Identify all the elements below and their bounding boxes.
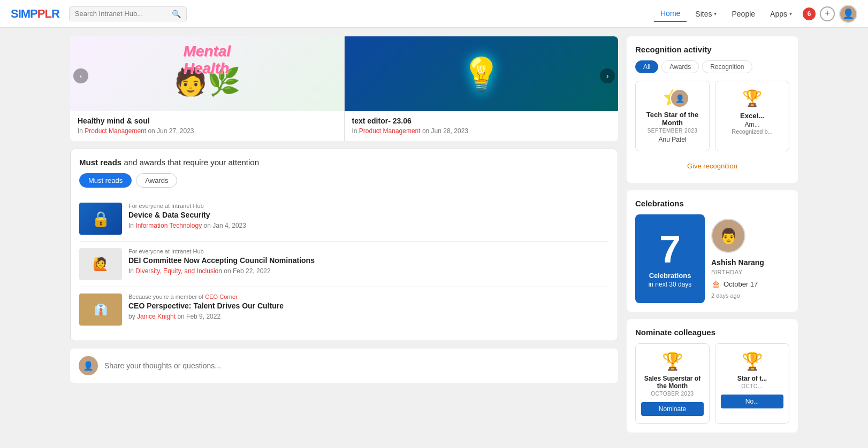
celebration-time-ago: 2 days ago — [711, 292, 789, 299]
tab-must-reads[interactable]: Must reads — [79, 173, 132, 188]
nominate-card: Nominate colleagues 🏆 Sales Superstar of… — [627, 319, 798, 432]
must-read-item-3: 👔 Because you're a member of CEO Corner … — [79, 287, 609, 332]
must-read-date-3: Feb 9, 2022 — [186, 313, 220, 320]
must-read-title-1[interactable]: Device & Data Security — [128, 210, 609, 220]
must-read-thumb-1: 🔒 — [79, 203, 122, 235]
nominate-item-2: 🏆 Star of t... OCTO... No... — [715, 343, 789, 424]
celebrations-content: 7 Celebrations in next 30 days 👨 Ashish … — [635, 214, 789, 303]
must-read-title-3[interactable]: CEO Perspective: Talent Drives Our Cultu… — [128, 301, 609, 311]
nav-sites-label: Sites — [695, 10, 712, 18]
share-avatar-icon: 👤 — [83, 361, 94, 371]
content-carousel: ‹ MentalHealth 🧑‍🌿 Healthy mind & soul I… — [70, 36, 618, 141]
carousel-item-1-title: Healthy mind & soul — [78, 117, 337, 125]
recognition-card: Recognition activity All Awards Recognit… — [627, 36, 798, 183]
navbar-actions: 6 + 👤 — [803, 5, 857, 23]
carousel-prev-button[interactable]: ‹ — [73, 68, 88, 83]
must-read-content-1: For everyone at Intranet Hub Device & Da… — [128, 203, 609, 235]
nav-home[interactable]: Home — [654, 6, 687, 22]
nav-apps[interactable]: Apps ▾ — [764, 6, 798, 21]
share-input[interactable] — [104, 361, 610, 370]
must-read-meta-2: In Diversity, Equity, and Inclusion on F… — [128, 267, 609, 275]
nav-sites[interactable]: Sites ▾ — [689, 6, 723, 21]
carousel-item-1-date: Jun 27, 2023 — [157, 127, 194, 135]
nav-apps-label: Apps — [770, 10, 787, 18]
main-nav: Home Sites ▾ People Apps ▾ — [654, 6, 798, 22]
must-read-category-2[interactable]: Diversity, Equity, and Inclusion — [135, 267, 222, 275]
recognition-name-2: Am... — [721, 121, 783, 128]
nominate-item-title-1: Sales Superstar of the Month — [641, 375, 704, 390]
navbar: SIMPPLR 🔍 Home Sites ▾ People Apps ▾ 6 +… — [0, 0, 868, 28]
celebration-person-icon: 👨 — [719, 227, 738, 245]
celebration-person-type: BIRTHDAY — [711, 269, 789, 275]
must-reads-card: Must reads and awards that require your … — [70, 149, 618, 341]
celebration-date: October 17 — [724, 280, 758, 288]
celebration-days: in next 30 days — [649, 281, 692, 288]
celebration-person: 👨 Ashish Narang BIRTHDAY 🎂 October 17 2 … — [711, 214, 789, 303]
must-reads-header: Must reads and awards that require your … — [79, 158, 609, 167]
recognition-title: Recognition activity — [635, 45, 789, 54]
recognition-by-2: Recognized b... — [721, 128, 783, 135]
must-read-category-1[interactable]: Information Technology — [135, 222, 202, 229]
must-reads-header-suffix: and awards that require your attention — [124, 158, 259, 167]
search-input[interactable] — [75, 10, 170, 18]
must-read-audience-1: For everyone at Intranet Hub — [128, 203, 609, 209]
nominate-item-month-1: OCTOBER 2023 — [641, 391, 704, 397]
nominate-item-1: 🏆 Sales Superstar of the Month OCTOBER 2… — [635, 343, 710, 424]
must-read-item-2: 🙋 For everyone at Intranet Hub DEI Commi… — [79, 242, 609, 287]
carousel-item-2-date: Jun 28, 2023 — [431, 127, 468, 135]
carousel-item-1-info: Healthy mind & soul In Product Managemen… — [70, 111, 344, 141]
nominate-items: 🏆 Sales Superstar of the Month OCTOBER 2… — [635, 343, 789, 424]
must-read-item-1: 🔒 For everyone at Intranet Hub Device & … — [79, 196, 609, 242]
mental-health-image: MentalHealth 🧑‍🌿 — [70, 36, 344, 111]
left-column: ‹ MentalHealth 🧑‍🌿 Healthy mind & soul I… — [70, 36, 618, 432]
must-read-thumb-3: 👔 — [79, 293, 122, 326]
recognition-item-1: ⭐ 👤 Tech Star of the Month SEPTEMBER 202… — [635, 81, 710, 151]
filter-recognition[interactable]: Recognition — [702, 60, 752, 73]
nominate-item-month-2: OCTO... — [721, 383, 783, 389]
carousel-item-2-category[interactable]: Product Management — [359, 127, 421, 135]
carousel-item-1-category[interactable]: Product Management — [85, 127, 146, 135]
carousel-item-1: MentalHealth 🧑‍🌿 Healthy mind & soul In … — [70, 36, 344, 141]
must-reads-label: Must reads — [79, 158, 121, 167]
nav-people[interactable]: People — [725, 6, 762, 21]
tab-awards[interactable]: Awards — [136, 173, 177, 188]
search-bar[interactable]: 🔍 — [69, 6, 187, 21]
notification-badge[interactable]: 6 — [803, 7, 816, 20]
security-icon: 🔒 — [92, 210, 110, 228]
carousel-item-2-meta: In Product Management on Jun 28, 2023 — [352, 127, 611, 135]
must-read-meta-3: by Janice Knight on Feb 9, 2022 — [128, 313, 609, 320]
must-read-thumb-2: 🙋 — [79, 248, 122, 280]
carousel-item-2-info: text editor- 23.06 In Product Management… — [345, 111, 619, 141]
chevron-down-icon: ▾ — [789, 11, 792, 17]
celebration-subtitle: Celebrations — [649, 272, 691, 280]
celebrations-card: Celebrations 7 Celebrations in next 30 d… — [627, 190, 798, 312]
recognition-item-2: 🏆 Excel... Am... Recognized b... — [715, 81, 789, 151]
chevron-down-icon: ▾ — [714, 11, 717, 17]
bulb-icon: 💡 — [461, 55, 501, 93]
nominate-button-2[interactable]: No... — [721, 395, 783, 408]
search-icon: 🔍 — [172, 10, 181, 18]
filter-all[interactable]: All — [635, 60, 658, 73]
must-read-author-3[interactable]: Janice Knight — [137, 313, 176, 320]
app-logo[interactable]: SIMPPLR — [11, 7, 59, 21]
add-button[interactable]: + — [820, 6, 835, 21]
celebration-number-box: 7 Celebrations in next 30 days — [635, 214, 705, 303]
birthday-cake-icon: 🎂 — [711, 280, 720, 288]
must-read-content-2: For everyone at Intranet Hub DEI Committ… — [128, 248, 609, 280]
user-avatar[interactable]: 👤 — [839, 5, 857, 23]
must-read-audience-2: For everyone at Intranet Hub — [128, 248, 609, 254]
give-recognition-button[interactable]: Give recognition — [635, 158, 789, 174]
recognition-badge-title-1: Tech Star of the Month — [641, 111, 704, 127]
carousel-next-button[interactable]: › — [600, 68, 615, 83]
carousel-item-1-meta: In Product Management on Jun 27, 2023 — [78, 127, 337, 135]
celebrations-title: Celebrations — [635, 199, 789, 208]
filter-awards[interactable]: Awards — [661, 60, 699, 73]
must-read-audience-link-3[interactable]: CEO Corner — [205, 293, 238, 300]
nominate-item-title-2: Star of t... — [721, 375, 783, 382]
celebration-date-row: 🎂 October 17 — [711, 280, 789, 288]
recognition-filters: All Awards Recognition — [635, 60, 789, 73]
nominate-button-1[interactable]: Nominate — [641, 402, 704, 416]
dei-icon: 🙋 — [93, 257, 109, 272]
must-read-date-2: Feb 22, 2022 — [233, 267, 271, 275]
must-read-title-2[interactable]: DEI Committee Now Accepting Council Nomi… — [128, 256, 609, 265]
